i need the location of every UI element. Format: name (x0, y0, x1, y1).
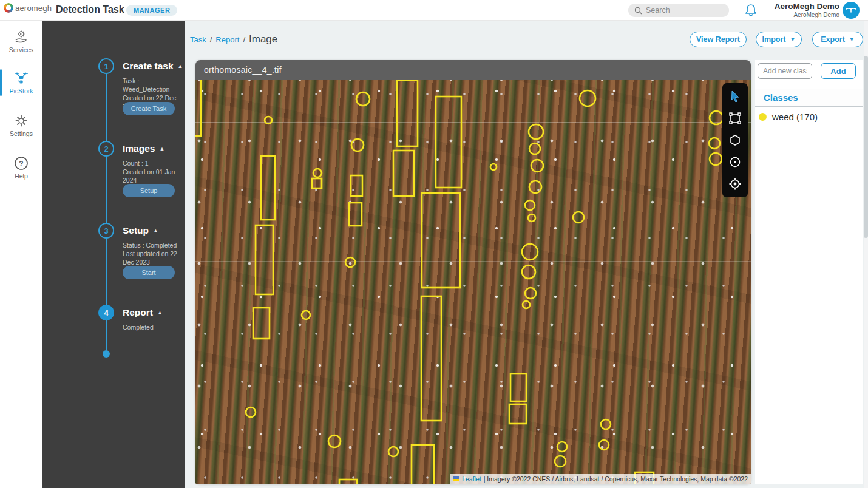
rectangle-tool-icon[interactable] (728, 112, 742, 125)
polygon-tool-icon[interactable] (728, 134, 742, 147)
step-3-title[interactable]: Setup▲ (123, 225, 158, 236)
weed-annotation-rect[interactable] (349, 203, 362, 226)
collapse-arrow-icon[interactable]: ▲ (157, 310, 163, 316)
weed-annotation-rect[interactable] (509, 404, 526, 424)
sidebar-item-label: Help (15, 172, 28, 180)
task-stepper-panel: 1 Create task▲ Task : Weed_DetectionCrea… (42, 21, 185, 488)
add-class-button[interactable]: Add (821, 63, 856, 79)
weed-annotation-circle[interactable] (388, 447, 398, 456)
annotation-overlay[interactable] (195, 80, 751, 484)
weed-annotation-circle[interactable] (531, 160, 543, 172)
weed-annotation-circle[interactable] (313, 169, 322, 177)
weed-annotation-circle[interactable] (710, 111, 723, 124)
user-name: AeroMegh Demo (762, 2, 839, 12)
breadcrumb-report-link[interactable]: Report (215, 35, 239, 44)
weed-annotation-circle[interactable] (302, 311, 310, 319)
collapse-arrow-icon[interactable]: ▲ (178, 63, 183, 69)
weed-annotation-circle[interactable] (522, 265, 535, 279)
aeromegh-logo[interactable]: aeromegh (4, 3, 52, 13)
notifications-bell-icon[interactable] (744, 3, 758, 18)
export-button[interactable]: Export▼ (812, 32, 863, 47)
search-box[interactable] (628, 4, 729, 17)
collapse-arrow-icon[interactable]: ▲ (159, 146, 164, 152)
help-icon: ? (13, 155, 29, 171)
classes-header: Classes (755, 89, 863, 107)
weed-annotation-circle[interactable] (523, 301, 530, 308)
step-4-circle: 4 (98, 305, 114, 320)
breadcrumb-separator: / (210, 35, 212, 44)
attribution-text: | Imagery ©2022 CNES / Airbus, Landsat /… (484, 475, 748, 483)
weed-annotation-circle[interactable] (710, 153, 722, 165)
sidebar-item-help[interactable]: ? Help (0, 151, 42, 185)
weed-annotation-rect[interactable] (436, 97, 461, 188)
gear-icon (13, 113, 29, 129)
import-button[interactable]: Import▼ (756, 32, 802, 47)
weed-annotation-rect[interactable] (393, 151, 414, 196)
weed-annotation-circle[interactable] (529, 143, 540, 154)
weed-annotation-rect[interactable] (256, 225, 273, 294)
weed-annotation-rect[interactable] (195, 80, 201, 136)
weed-annotation-rect[interactable] (351, 175, 362, 196)
weed-annotation-rect[interactable] (261, 156, 275, 220)
sidebar-item-settings[interactable]: Settings (0, 108, 42, 142)
avatar[interactable] (843, 2, 860, 19)
weed-annotation-rect[interactable] (412, 445, 434, 484)
chevron-down-icon: ▼ (790, 36, 795, 42)
services-icon (13, 29, 29, 45)
map-attribution: Leaflet | Imagery ©2022 CNES / Airbus, L… (450, 474, 751, 484)
weed-annotation-circle[interactable] (529, 181, 541, 193)
leaflet-link[interactable]: Leaflet (462, 475, 481, 483)
page-title: Detection Task (56, 4, 124, 15)
weed-annotation-circle[interactable] (601, 419, 611, 429)
search-input[interactable] (646, 6, 719, 15)
weed-annotation-circle[interactable] (246, 407, 256, 417)
circle-tool-icon[interactable] (728, 155, 742, 169)
weed-annotation-circle[interactable] (525, 288, 536, 299)
weed-annotation-rect[interactable] (422, 193, 460, 288)
step-4-title[interactable]: Report▲ (123, 307, 163, 318)
weed-annotation-circle[interactable] (599, 440, 609, 450)
weed-annotation-circle[interactable] (328, 435, 341, 447)
weed-annotation-rect[interactable] (253, 308, 270, 339)
setup-start-button[interactable]: Start (123, 266, 175, 279)
create-task-button[interactable]: Create Task (123, 102, 175, 115)
weed-annotation-rect[interactable] (510, 374, 526, 401)
orthomosaic-map[interactable]: Leaflet | Imagery ©2022 CNES / Airbus, L… (195, 80, 751, 484)
weed-annotation-circle[interactable] (522, 244, 538, 260)
class-list-item-weed[interactable]: weed (170) (755, 108, 863, 125)
weed-annotation-circle[interactable] (529, 124, 543, 139)
scrollbar-track[interactable] (864, 21, 868, 488)
sidebar-item-services[interactable]: Services (0, 24, 42, 58)
step-1-title[interactable]: Create task▲ (123, 61, 183, 72)
weed-annotation-circle[interactable] (356, 92, 370, 106)
user-block[interactable]: AeroMegh Demo AeroMegh Demo (762, 2, 839, 19)
collapse-arrow-icon[interactable]: ▲ (153, 228, 158, 234)
weed-annotation-circle[interactable] (345, 257, 355, 267)
weed-annotation-circle[interactable] (528, 214, 535, 222)
weed-annotation-rect[interactable] (339, 480, 357, 484)
weed-annotation-circle[interactable] (490, 164, 497, 170)
sidebar-item-picstork[interactable]: PicStork (0, 66, 42, 100)
weed-annotation-rect[interactable] (397, 80, 418, 146)
images-setup-button[interactable]: Setup (123, 184, 175, 197)
weed-annotation-rect[interactable] (421, 296, 441, 421)
weed-annotation-circle[interactable] (573, 212, 584, 223)
weed-annotation-circle[interactable] (557, 442, 567, 452)
weed-annotation-circle[interactable] (525, 200, 535, 210)
breadcrumb-task-link[interactable]: Task (190, 35, 206, 44)
weed-annotation-circle[interactable] (351, 139, 364, 151)
step-2-title[interactable]: Images▲ (123, 143, 164, 154)
weed-annotation-circle[interactable] (265, 117, 272, 124)
locate-tool-icon[interactable] (728, 177, 742, 191)
aeromegh-logo-text: aeromegh (15, 4, 52, 13)
weed-annotation-rect[interactable] (312, 178, 322, 188)
cursor-tool-icon[interactable] (728, 90, 742, 103)
weed-annotation-circle[interactable] (555, 456, 566, 467)
weed-annotation-circle[interactable] (580, 90, 595, 106)
add-class-input[interactable] (758, 63, 812, 79)
view-report-button[interactable]: View Report (690, 32, 747, 47)
chevron-down-icon: ▼ (849, 36, 855, 42)
step-3-circle: 3 (98, 223, 114, 239)
weed-annotation-circle[interactable] (709, 138, 720, 149)
scrollbar-thumb[interactable] (864, 56, 868, 238)
